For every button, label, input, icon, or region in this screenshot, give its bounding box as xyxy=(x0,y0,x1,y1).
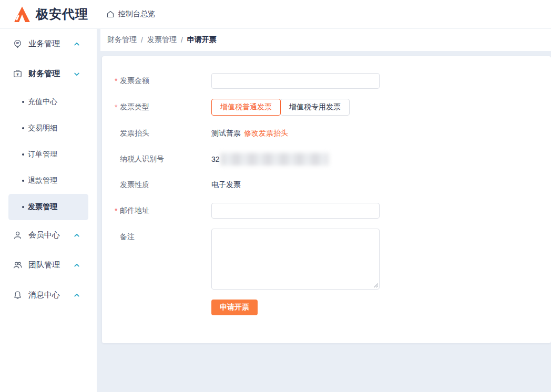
sidebar-item-business[interactable]: IP 业务管理 xyxy=(0,29,97,59)
sidebar-item-finance[interactable]: ¥ 财务管理 xyxy=(0,59,97,89)
sidebar: IP 业务管理 ¥ 财务管理 xyxy=(0,29,97,392)
sidebar-item-label: 财务管理 xyxy=(28,69,60,79)
form-row-taxpayer-id: 纳税人识别号 32 xyxy=(115,151,551,167)
chevron-down-icon[interactable] xyxy=(74,71,80,77)
invoice-title-label: 发票抬头 xyxy=(115,126,211,141)
apply-invoice-card: * 发票金额 * 发票类型 增值税普通发票 增值税专用发票 xyxy=(102,56,551,343)
sidebar-item-label: 充值中心 xyxy=(28,97,57,107)
breadcrumb-separator: / xyxy=(181,36,183,44)
nav-console-overview[interactable]: 控制台总览 xyxy=(106,9,155,19)
sidebar-item-order-management[interactable]: 订单管理 xyxy=(8,141,88,168)
sidebar-item-label: 退款管理 xyxy=(28,176,57,185)
chevron-up-icon[interactable] xyxy=(74,232,80,239)
sidebar-item-refund-management[interactable]: 退款管理 xyxy=(8,168,88,194)
home-icon xyxy=(106,10,115,18)
main-content: 财务管理 / 发票管理 / 申请开票 * 发票金额 xyxy=(97,29,551,392)
ip-pin-icon: IP xyxy=(13,39,22,48)
sidebar-item-member-center[interactable]: 会员中心 xyxy=(0,220,97,250)
sidebar-item-label: 发票管理 xyxy=(28,202,57,212)
sidebar-item-transaction-detail[interactable]: 交易明细 xyxy=(8,115,88,141)
breadcrumb: 财务管理 / 发票管理 / 申请开票 xyxy=(100,29,551,51)
bullet-icon xyxy=(22,206,24,208)
required-marker: * xyxy=(115,207,120,215)
taxpayer-id-value: 32 xyxy=(211,155,220,163)
taxpayer-id-label: 纳税人识别号 xyxy=(115,151,211,167)
bell-icon xyxy=(13,291,22,300)
form-row-email: * 邮件地址 xyxy=(115,203,551,219)
remark-label: 备注 xyxy=(115,229,211,290)
brand-title: 极安代理 xyxy=(36,6,88,23)
top-header: 极安代理 控制台总览 xyxy=(0,0,551,29)
user-icon xyxy=(13,231,22,240)
type-option-general-vat[interactable]: 增值税普通发票 xyxy=(211,99,281,116)
invoice-nature-label: 发票性质 xyxy=(115,177,211,193)
sidebar-item-recharge-center[interactable]: 充值中心 xyxy=(8,89,88,115)
breadcrumb-invoice-management[interactable]: 发票管理 xyxy=(147,35,177,45)
sidebar-item-label: 业务管理 xyxy=(28,39,60,49)
modify-invoice-title-link[interactable]: 修改发票抬头 xyxy=(244,129,288,138)
svg-text:¥: ¥ xyxy=(17,73,19,76)
form-row-invoice-amount: * 发票金额 xyxy=(115,73,551,89)
sidebar-item-label: 消息中心 xyxy=(28,290,60,300)
sidebar-item-label: 团队管理 xyxy=(28,260,60,270)
invoice-nature-value: 电子发票 xyxy=(211,180,241,190)
sidebar-item-label: 会员中心 xyxy=(28,230,60,240)
required-marker: * xyxy=(115,103,120,111)
breadcrumb-separator: / xyxy=(141,36,143,44)
remark-textarea[interactable] xyxy=(211,229,380,290)
email-input[interactable] xyxy=(211,203,380,219)
chevron-up-icon[interactable] xyxy=(74,262,80,269)
team-icon xyxy=(13,261,22,270)
sidebar-item-invoice-management[interactable]: 发票管理 xyxy=(8,194,88,220)
form-row-invoice-type: * 发票类型 增值税普通发票 增值税专用发票 xyxy=(115,99,551,116)
breadcrumb-current-apply-invoice: 申请开票 xyxy=(187,35,217,45)
breadcrumb-finance[interactable]: 财务管理 xyxy=(107,35,137,45)
bullet-icon xyxy=(22,127,24,129)
form-row-submit: 申请开票 xyxy=(115,300,551,315)
sidebar-item-message-center[interactable]: 消息中心 xyxy=(0,280,97,310)
apply-invoice-button[interactable]: 申请开票 xyxy=(211,300,258,315)
nav-console-overview-label: 控制台总览 xyxy=(118,9,155,19)
bullet-icon xyxy=(22,153,24,156)
wallet-icon: ¥ xyxy=(13,69,22,78)
sidebar-item-team-management[interactable]: 团队管理 xyxy=(0,250,97,280)
svg-text:IP: IP xyxy=(16,42,19,45)
resize-handle-icon[interactable] xyxy=(373,283,378,287)
sidebar-item-label: 订单管理 xyxy=(28,150,57,159)
email-label: * 邮件地址 xyxy=(115,203,211,219)
invoice-type-options: 增值税普通发票 增值税专用发票 xyxy=(211,99,350,116)
brand-logo-icon xyxy=(13,5,31,23)
brand: 极安代理 xyxy=(13,5,88,23)
taxpayer-id-redacted xyxy=(221,153,329,166)
chevron-up-icon[interactable] xyxy=(74,292,80,298)
form-row-invoice-title: 发票抬头 测试普票 修改发票抬头 xyxy=(115,126,551,141)
chevron-up-icon[interactable] xyxy=(74,41,80,47)
sidebar-item-label: 交易明细 xyxy=(28,123,57,133)
type-option-special-vat[interactable]: 增值税专用发票 xyxy=(280,99,350,116)
invoice-amount-label: * 发票金额 xyxy=(115,73,211,89)
bullet-icon xyxy=(22,101,24,103)
required-marker: * xyxy=(115,77,120,85)
invoice-title-value: 测试普票 xyxy=(211,129,241,138)
form-row-remark: 备注 xyxy=(115,229,551,290)
form-row-invoice-nature: 发票性质 电子发票 xyxy=(115,177,551,193)
invoice-amount-input[interactable] xyxy=(211,73,380,89)
bullet-icon xyxy=(22,180,24,182)
invoice-type-label: * 发票类型 xyxy=(115,99,211,116)
app-window: 极安代理 控制台总览 IP 业务管理 xyxy=(0,0,551,392)
